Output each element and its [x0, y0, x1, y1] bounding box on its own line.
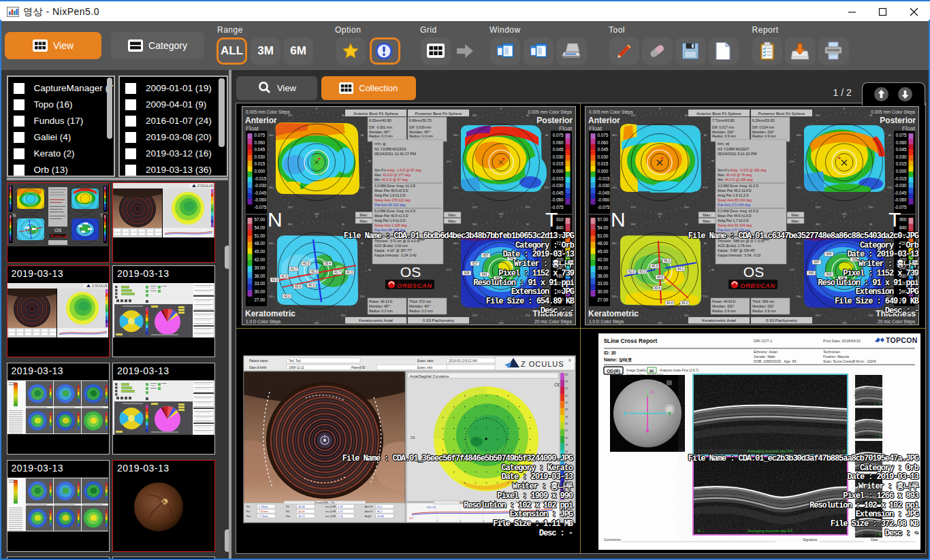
svg-text:54.00: 54.00 — [598, 225, 609, 230]
svg-text:0.075: 0.075 — [896, 133, 907, 137]
svg-text:40.0: 40.0 — [308, 284, 315, 287]
svg-text:-0.015: -0.015 — [598, 176, 610, 181]
svg-text:180: 180 — [499, 321, 504, 325]
svg-text:150: 150 — [869, 205, 874, 209]
svg-text:240: 240 — [797, 186, 802, 189]
svg-text:Mean Pwr 40.9 ±0.9 D: Mean Pwr 40.9 ±0.9 D — [374, 188, 408, 193]
svg-text:0.015: 0.015 — [896, 161, 907, 166]
svg-text:05/24/2011 12:42:17 PM: 05/24/2011 12:42:17 PM — [374, 152, 416, 156]
svg-text:Posterior Best Fit Sphere: Posterior Best Fit Sphere — [415, 111, 462, 116]
svg-text:-0.075: -0.075 — [255, 205, 267, 210]
svg-text:Astig Pwr 1.7 ±2.0 D: Astig Pwr 1.7 ±2.0 D — [718, 218, 749, 223]
svg-text:60: 60 — [888, 133, 892, 137]
svg-text:R1:: R1: — [286, 506, 290, 508]
svg-text:Flat Axis 172 ±34 deg: Flat Axis 172 ±34 deg — [718, 203, 750, 207]
svg-text:330: 330 — [472, 114, 478, 117]
svg-text:300: 300 — [612, 242, 618, 245]
svg-text:3.0 MM Zone: Irreg: ±2.2 D: 3.0 MM Zone: Irreg: ±2.2 D — [718, 184, 758, 188]
svg-text:51.00: 51.00 — [255, 233, 266, 238]
svg-text:30: 30 — [685, 223, 688, 226]
svg-text:Radius: 0.3 mm: Radius: 0.3 mm — [369, 134, 393, 138]
svg-text:ecc.(LSF):: ecc.(LSF): — [325, 506, 338, 508]
svg-text:Min: 44.4 D @ 166 deg: Min: 44.4 D @ 166 deg — [718, 178, 753, 182]
svg-text:-0.015: -0.015 — [895, 176, 907, 181]
svg-text:Z OCULUS: Z OCULUS — [197, 184, 213, 187]
svg-text:Anterior: Anterior — [245, 116, 277, 125]
svg-text:1968-11-11: 1968-11-11 — [289, 365, 304, 369]
svg-text:-0.015: -0.015 — [551, 176, 564, 181]
svg-text:43.0: 43.0 — [639, 270, 645, 274]
svg-text:Date of birth:: Date of birth: — [249, 365, 267, 369]
svg-text:27.00: 27.00 — [598, 297, 609, 302]
svg-text:Name: 장태호: Name: 장태호 — [604, 357, 632, 363]
svg-text:Steep Axis 1 ±28 deg: Steep Axis 1 ±28 deg — [374, 223, 406, 227]
svg-text:10: 10 — [650, 390, 654, 394]
svg-text:N: N — [268, 208, 283, 231]
svg-text:210: 210 — [816, 205, 821, 209]
svg-text:40.3: 40.3 — [303, 262, 309, 265]
svg-text:Exam. info:: Exam. info: — [417, 365, 433, 369]
svg-text:T: T — [100, 213, 103, 218]
svg-text:30: 30 — [685, 114, 688, 117]
svg-text:38: 38 — [565, 408, 568, 411]
svg-text:Max:: Max: — [359, 213, 368, 217]
svg-text:-0.015: -0.015 — [255, 176, 267, 181]
svg-text:Patient ID:: Patient ID: — [351, 365, 366, 369]
svg-text:0.93 Pachymetry: 0.93 Pachymetry — [766, 318, 798, 323]
svg-text:300: 300 — [797, 133, 802, 137]
svg-text:Mean Pwr 40.8 ±1.0 D: Mean Pwr 40.8 ±1.0 D — [374, 214, 408, 218]
svg-text:57.00: 57.00 — [598, 217, 609, 222]
svg-text:5Line Cross Report: 5Line Cross Report — [604, 337, 658, 344]
svg-text:33.00: 33.00 — [255, 281, 266, 286]
svg-text:0.005 mm Color Steps: 0.005 mm Color Steps — [589, 110, 633, 115]
svg-text:33.00: 33.00 — [598, 281, 609, 286]
svg-text:OS: OS — [54, 228, 61, 233]
svg-text:-0.030: -0.030 — [551, 183, 564, 188]
svg-text:-0.030: -0.030 — [895, 183, 907, 188]
svg-text:Steep Axis 178 ±22 deg: Steep Axis 178 ±22 deg — [374, 198, 411, 202]
svg-text:Max:: Max: — [448, 213, 457, 217]
svg-text:OS: OS — [411, 436, 415, 440]
svg-text:Radius: 0.9 mm: Radius: 0.9 mm — [712, 134, 736, 138]
svg-text:30: 30 — [565, 436, 568, 439]
svg-text:92: 92 — [650, 369, 654, 373]
svg-text:330: 330 — [288, 223, 293, 226]
svg-text:-0.060: -0.060 — [598, 197, 610, 202]
svg-text:120: 120 — [545, 186, 550, 189]
svg-text:Astig Pwr 1.6 ±1.3 D: Astig Pwr 1.6 ±1.3 D — [718, 193, 749, 197]
svg-text:Rm:: Rm: — [246, 515, 251, 518]
svg-text:41.7: 41.7 — [291, 267, 297, 271]
svg-text:6.66mm/50.7D: 6.66mm/50.7D — [409, 118, 432, 122]
svg-text:Flat Axis 90 ±22 deg: Flat Axis 90 ±22 deg — [374, 203, 406, 207]
svg-text:← 3: ← 3 — [838, 449, 845, 453]
svg-text:1.0 D Color Steps: 1.0 D Color Steps — [589, 319, 624, 325]
svg-text:0.015: 0.015 — [598, 161, 609, 166]
svg-text:210: 210 — [472, 205, 478, 209]
svg-text:-0.045: -0.045 — [255, 191, 267, 195]
svg-text:7.78mm: 7.78mm — [259, 506, 268, 508]
svg-text:DOB: 1959/03/20 Age: 59: DOB: 1959/03/20 Age: 59 — [754, 359, 796, 363]
svg-text:Min: 40.0 D @ 87 deg: Min: 40.0 D @ 87 deg — [374, 178, 408, 182]
svg-text:120: 120 — [703, 186, 709, 189]
svg-text:42.00: 42.00 — [255, 257, 266, 262]
svg-text:-0.060: -0.060 — [551, 197, 564, 202]
svg-text:150: 150 — [526, 205, 531, 209]
svg-text:ecc.(LSF):: ecc.(LSF): — [325, 510, 338, 513]
svg-text:Mean Pwr 44.9 ±1.6 D: Mean Pwr 44.9 ±1.6 D — [718, 214, 752, 218]
svg-text:40.6: 40.6 — [654, 286, 660, 290]
svg-text:5.0 MM Zone: Irreg: ±2.5 D: 5.0 MM Zone: Irreg: ±2.5 D — [718, 209, 758, 213]
svg-text:Meridian: 49°°: Meridian: 49°° — [369, 130, 391, 134]
svg-text:Fixation: Macula: Fixation: Macula — [823, 355, 849, 359]
svg-text:40.6: 40.6 — [295, 285, 301, 289]
svg-text:ORBSCAN: ORBSCAN — [54, 234, 67, 237]
svg-text:-0.045: -0.045 — [895, 191, 907, 195]
svg-text:Max: 41.8 D @ 177 deg: Max: 41.8 D @ 177 deg — [374, 173, 411, 177]
svg-text:-0.030: -0.030 — [255, 183, 267, 188]
svg-text:240: 240 — [612, 295, 618, 298]
svg-text:OD(R): OD(R) — [607, 369, 620, 374]
svg-text:Max:: Max: — [448, 219, 457, 223]
svg-text:300: 300 — [453, 133, 459, 137]
svg-text:43.0: 43.0 — [272, 278, 278, 282]
svg-text:41.0: 41.0 — [628, 270, 635, 274]
svg-text:36.00: 36.00 — [255, 274, 266, 278]
